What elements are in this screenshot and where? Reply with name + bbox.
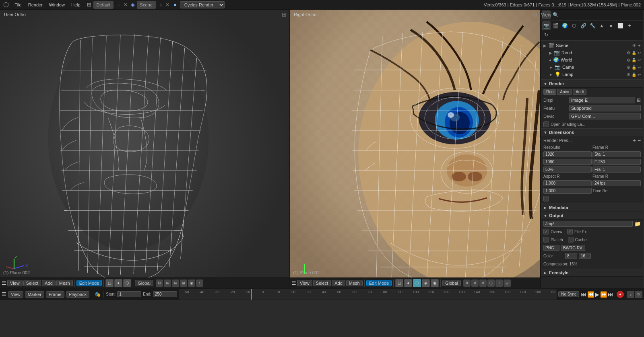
color-val1-field[interactable]: 8 <box>565 253 577 259</box>
viewport-left[interactable]: User Ortho ⊞ <box>0 10 290 288</box>
color-depth-selector[interactable]: BWRG RV <box>561 245 585 251</box>
render-section-header[interactable]: ▼ Render <box>541 80 643 88</box>
prop-object-icon[interactable]: ⬡ <box>570 21 578 30</box>
feature-value-field[interactable]: Supported <box>569 105 641 111</box>
menu-file[interactable]: File <box>11 2 25 8</box>
scale-field[interactable] <box>543 166 592 173</box>
default-tab[interactable]: Default <box>93 1 114 9</box>
vr-texture-icon[interactable]: ⬡ <box>413 279 421 287</box>
vr-wire-icon[interactable]: ◻ <box>395 279 403 287</box>
tl-record-btn[interactable]: ● <box>617 291 624 298</box>
cache-checkbox[interactable] <box>568 237 574 242</box>
fps-field[interactable] <box>592 180 641 186</box>
viewport-right-corner[interactable]: ⊞ <box>533 11 537 18</box>
tl-play-icon[interactable]: ▶ <box>595 291 599 298</box>
output-section-header[interactable]: ▼ Output <box>541 212 643 220</box>
tl-nosync[interactable]: No Sync <box>558 291 579 297</box>
png-selector[interactable]: PNG <box>543 245 559 251</box>
menu-window[interactable]: Window <box>46 2 68 8</box>
res-x-field[interactable] <box>543 151 592 157</box>
aspect-y-field[interactable] <box>543 188 592 194</box>
prop-material-icon[interactable]: ● <box>607 21 615 30</box>
tree-camera[interactable]: ► 📷 Came ⚙ 🔒 ↩ <box>541 64 643 71</box>
timeline-ruler[interactable]: -50 -40 -30 -20 -10 0 10 20 30 40 50 60 … <box>179 289 557 300</box>
tree-world[interactable]: ● 🌍 World ⚙ 🔒 ↩ <box>541 56 643 64</box>
freestyle-section-header[interactable]: ► Freestyle <box>541 269 643 277</box>
aspect-x-field[interactable] <box>543 180 592 186</box>
prop-particle-icon[interactable]: ✦ <box>625 21 634 30</box>
tab-close-btn[interactable]: ✕ <box>124 2 128 8</box>
device-value-field[interactable]: GPU Com... <box>569 113 641 119</box>
file-ex-checkbox[interactable] <box>567 229 573 234</box>
tl-end-field[interactable] <box>153 291 177 297</box>
vr-render-icon[interactable]: ◉ <box>431 279 439 287</box>
start-frame-field[interactable] <box>592 151 641 157</box>
output-folder-icon[interactable]: 📁 <box>634 221 641 227</box>
vr-global-btn[interactable]: Global <box>442 280 461 286</box>
timeline-playhead[interactable] <box>251 289 252 300</box>
tl-forward-icon[interactable]: ⏭ <box>608 291 613 298</box>
tl-start-field[interactable] <box>117 291 141 297</box>
overwrite-checkbox[interactable] <box>543 229 549 234</box>
tl-sync-icon[interactable]: ↻ <box>635 291 642 298</box>
prop-physics-icon[interactable]: ↻ <box>542 31 551 39</box>
metadata-section-header[interactable]: ► Metadata <box>541 203 643 212</box>
dimensions-section-header[interactable]: ▼ Dimensions <box>541 128 643 136</box>
vl-mode-btn[interactable]: Edit Mode <box>76 280 102 286</box>
tl-sound-icon[interactable]: ♪ <box>627 291 634 298</box>
render-pres-minus[interactable]: − <box>638 137 641 144</box>
tree-render[interactable]: ▶ 📷 Rend ⚙ 🔒 ↩ <box>541 49 643 56</box>
menu-render[interactable]: Render <box>25 2 46 8</box>
tl-view-btn[interactable]: View <box>8 291 23 298</box>
tl-rewind-icon[interactable]: ⏮ <box>581 291 586 298</box>
render-engine-select[interactable]: Cycles Render Blender Render Blender Gam… <box>180 1 225 8</box>
vl-texture-icon[interactable]: ⬡ <box>123 279 131 287</box>
render-tab-ren[interactable]: Ren <box>543 89 556 95</box>
scene-tab-close[interactable]: ✕ <box>165 2 169 8</box>
vr-add-btn[interactable]: Add <box>332 280 345 286</box>
tl-next-icon[interactable]: ⏩ <box>600 291 607 298</box>
viewport-left-corner[interactable]: ⊞ <box>282 11 287 18</box>
prop-texture-icon[interactable]: ⬜ <box>616 21 625 30</box>
prop-render-icon[interactable]: 📷 <box>542 21 551 30</box>
vl-mesh-btn[interactable]: Mesh <box>56 280 73 286</box>
scene-tab-add[interactable]: + <box>158 2 164 8</box>
vl-add-btn[interactable]: Add <box>42 280 56 286</box>
display-value-field[interactable]: Image E <box>569 97 635 103</box>
vl-view-btn[interactable]: View <box>7 280 23 286</box>
color-val2-field[interactable]: 16 <box>579 253 591 259</box>
prop-search-btn[interactable]: 🔍 <box>551 10 560 19</box>
vl-select-btn[interactable]: Select <box>23 280 41 286</box>
vr-view-btn[interactable]: View <box>297 280 312 286</box>
vr-mesh-btn[interactable]: Mesh <box>346 280 363 286</box>
prop-world-icon[interactable]: 🌍 <box>560 21 569 30</box>
properties-scroll[interactable]: ▶ 🎬 Scene 👁 ✦ ▶ 📷 Rend ⚙ 🔒 ↩ ● 🌍 World <box>541 41 643 288</box>
tree-lamp[interactable]: ► 💡 Lamp ⚙ 🔒 ↩ <box>541 71 643 78</box>
render-tab-audi[interactable]: Audi <box>573 89 586 95</box>
prop-modifier-icon[interactable]: 🔧 <box>588 21 597 30</box>
vl-global-btn[interactable]: Global <box>135 280 153 286</box>
viewport-right[interactable]: Right Ortho ⊞ <box>290 10 541 288</box>
display-more-btn[interactable]: ⊞ <box>637 97 641 103</box>
tl-frame-btn[interactable]: Frame <box>46 291 64 298</box>
menu-help[interactable]: Help <box>68 2 84 8</box>
tl-marker-btn[interactable]: Marker <box>25 291 44 298</box>
tl-prev-icon[interactable]: ⏪ <box>587 291 594 298</box>
scene-tab[interactable]: Scene <box>137 1 156 9</box>
prop-view-btn[interactable]: View <box>542 10 551 19</box>
tl-playback-btn[interactable]: Playback <box>66 291 90 298</box>
tab-add-btn[interactable]: + <box>116 2 122 8</box>
vl-solid-icon[interactable]: ● <box>114 279 122 287</box>
output-path-field[interactable] <box>543 221 633 227</box>
tree-scene[interactable]: ▶ 🎬 Scene 👁 ✦ <box>541 42 643 49</box>
render-tab-anim[interactable]: Anim <box>557 89 572 95</box>
vr-mat-icon[interactable]: ◈ <box>422 279 430 287</box>
render-pres-add[interactable]: + <box>633 137 636 144</box>
end-frame-field[interactable] <box>592 159 641 165</box>
prop-scene-icon[interactable]: 🎬 <box>551 21 560 30</box>
prop-constraint-icon[interactable]: 🔗 <box>579 21 588 30</box>
prop-data-icon[interactable]: ▲ <box>597 21 606 30</box>
place-checkbox[interactable] <box>543 237 549 242</box>
open-shading-checkbox[interactable] <box>543 121 549 127</box>
vl-wire-icon[interactable]: ◻ <box>105 279 114 287</box>
